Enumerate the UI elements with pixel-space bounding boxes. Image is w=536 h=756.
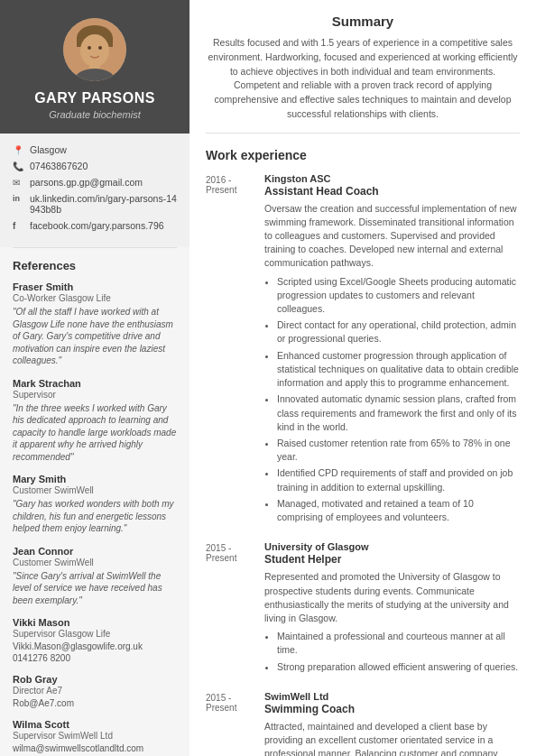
job-role: Swimming Coach <box>264 703 520 715</box>
phone-text: 07463867620 <box>30 161 88 171</box>
bullet-item: Managed, motivated and retained a team o… <box>277 497 520 524</box>
job-details: SwimWell Ltd Swimming Coach Attracted, m… <box>264 691 520 756</box>
ref-quote: "Since Gary's arrival at SwimWell the le… <box>13 570 177 607</box>
reference-item: Rob Gray Director Ae7 Rob@Ae7.com <box>13 674 177 708</box>
job-dates: 2015 -Present <box>206 541 264 677</box>
person-title: Graduate biochemist <box>14 109 176 120</box>
bullet-item: Innovated automatic dynamic session plan… <box>277 392 520 434</box>
ref-contact: wilma@swimwellscotlandltd.com <box>13 743 177 753</box>
ref-role: Supervisor Glasgow Life <box>13 629 177 639</box>
summary-text: Results focused and with 1.5 years of ex… <box>206 36 520 122</box>
bullet-item: Scripted using Excel/Google Sheets produ… <box>277 275 520 317</box>
avatar-section: GARY PARSONS Graduate biochemist <box>0 0 189 134</box>
bullet-item: Identified CPD requirements of staff and… <box>277 466 520 493</box>
ref-role: Customer SwimWell <box>13 558 177 567</box>
date-range: 2015 -Present <box>206 693 236 713</box>
svg-point-3 <box>80 34 109 67</box>
ref-name: Rob Gray <box>13 674 177 685</box>
work-experience-section: Work experience 2016 -Present Kingston A… <box>206 148 520 757</box>
job-details: Kingston ASC Assistant Head Coach Oversa… <box>264 173 520 528</box>
job-bullets: Maintained a professional and courteous … <box>264 630 520 674</box>
phone-item: 📞 07463867620 <box>13 161 177 171</box>
ref-quote: "Gary has worked wonders with both my ch… <box>13 498 177 535</box>
job-company: University of Glasgow <box>264 541 520 552</box>
ref-contact: Vikki.Mason@glasgowlife.org.uk <box>13 641 177 651</box>
bullet-item: Direct contact for any operational, chil… <box>277 318 520 346</box>
location-icon: 📍 <box>13 145 25 155</box>
ref-contact: Rob@Ae7.com <box>13 698 177 708</box>
ref-role: Customer SwimWell <box>13 485 177 495</box>
job-role: Assistant Head Coach <box>264 185 520 198</box>
main-content: Summary Results focused and with 1.5 yea… <box>189 0 536 756</box>
bullet-item: Raised customer retention rate from 65% … <box>277 437 520 464</box>
linkedin-icon: in <box>13 194 25 203</box>
linkedin-item: in uk.linkedin.com/in/gary-parsons-14943… <box>13 193 177 215</box>
job-bullets: Scripted using Excel/Google Sheets produ… <box>264 275 520 525</box>
location-item: 📍 Glasgow <box>13 144 177 155</box>
ref-contact-phone: 0141276 8200 <box>13 653 177 663</box>
job-desc: Represented and promoted the University … <box>264 570 520 625</box>
reference-item: Mark Strachan Supervisor "In the three w… <box>13 378 177 464</box>
references-section: References Fraser Smith Co-Worker Glasgo… <box>0 248 189 756</box>
phone-icon: 📞 <box>13 161 25 171</box>
ref-name: Vikki Mason <box>13 617 177 628</box>
job-dates: 2015 -Present <box>206 691 264 756</box>
job-role: Student Helper <box>264 553 520 566</box>
reference-item: Vikki Mason Supervisor Glasgow Life Vikk… <box>13 617 177 663</box>
job-details: University of Glasgow Student Helper Rep… <box>264 541 520 677</box>
work-heading: Work experience <box>206 148 520 162</box>
ref-quote: "Of all the staff I have worked with at … <box>13 306 177 367</box>
summary-heading: Summary <box>206 14 520 29</box>
job-company: SwimWell Ltd <box>264 691 520 702</box>
ref-name: Fraser Smith <box>13 281 177 292</box>
person-name: GARY PARSONS <box>14 90 176 106</box>
job-entry: 2015 -Present SwimWell Ltd Swimming Coac… <box>206 691 520 756</box>
job-company: Kingston ASC <box>264 173 520 184</box>
avatar <box>63 18 126 81</box>
sidebar: GARY PARSONS Graduate biochemist 📍 Glasg… <box>0 0 189 756</box>
date-range: 2015 -Present <box>206 543 236 563</box>
bullet-item: Strong preparation allowed efficient ans… <box>277 660 520 674</box>
ref-quote: "In the three weeks I worked with Gary h… <box>13 402 177 464</box>
facebook-item: f facebook.com/gary.parsons.796 <box>13 220 177 231</box>
reference-item: Jean Connor Customer SwimWell "Since Gar… <box>13 546 177 607</box>
ref-name: Mark Strachan <box>13 378 177 389</box>
ref-role: Supervisor <box>13 390 177 400</box>
reference-item: Mary Smith Customer SwimWell "Gary has w… <box>13 474 177 535</box>
email-icon: ✉ <box>13 178 25 188</box>
ref-role: Co-Worker Glasgow Life <box>13 293 177 303</box>
reference-item: Wilma Scott Supervisor SwimWell Ltd wilm… <box>13 719 177 753</box>
bullet-item: Enhanced customer progression through ap… <box>277 349 520 391</box>
job-entry: 2015 -Present University of Glasgow Stud… <box>206 541 520 677</box>
summary-section: Summary Results focused and with 1.5 yea… <box>206 14 520 134</box>
job-dates: 2016 -Present <box>206 173 264 528</box>
ref-role: Supervisor SwimWell Ltd <box>13 731 177 741</box>
location-text: Glasgow <box>30 144 67 155</box>
job-entry: 2016 -Present Kingston ASC Assistant Hea… <box>206 173 520 528</box>
references-heading: References <box>13 259 177 272</box>
ref-name: Wilma Scott <box>13 719 177 730</box>
date-range: 2016 -Present <box>206 175 236 195</box>
contact-section: 📍 Glasgow 📞 07463867620 ✉ parsons.gp.gp@… <box>0 134 189 247</box>
ref-name: Jean Connor <box>13 546 177 557</box>
svg-point-4 <box>88 46 91 50</box>
reference-item: Fraser Smith Co-Worker Glasgow Life "Of … <box>13 281 177 367</box>
job-desc: Attracted, maintained and developed a cl… <box>264 720 520 756</box>
ref-role: Director Ae7 <box>13 686 177 696</box>
avatar-image <box>63 18 126 81</box>
email-text: parsons.gp.gp@gmail.com <box>30 177 143 188</box>
job-desc: Oversaw the creation and successful impl… <box>264 202 520 271</box>
bullet-item: Maintained a professional and courteous … <box>277 630 520 657</box>
ref-name: Mary Smith <box>13 474 177 484</box>
facebook-icon: f <box>13 221 25 231</box>
svg-point-5 <box>98 46 102 50</box>
email-item: ✉ parsons.gp.gp@gmail.com <box>13 177 177 188</box>
facebook-text: facebook.com/gary.parsons.796 <box>30 220 164 231</box>
linkedin-text: uk.linkedin.com/in/gary-parsons-14943b8b <box>30 193 177 215</box>
